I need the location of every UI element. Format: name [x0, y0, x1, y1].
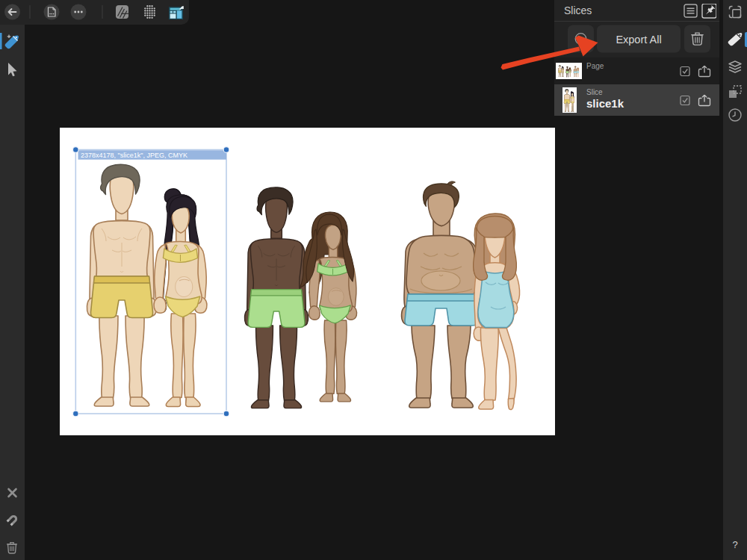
- svg-text:2378x4178, "slice1k", JPEG, CM: 2378x4178, "slice1k", JPEG, CMYK: [81, 152, 187, 159]
- svg-text:Export All: Export All: [616, 34, 661, 46]
- svg-text:?: ?: [732, 539, 737, 550]
